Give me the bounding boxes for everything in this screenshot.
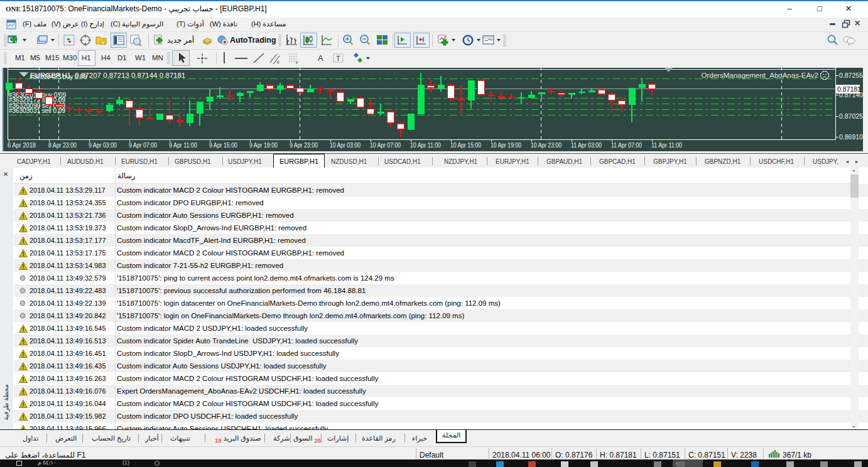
svg-text:11 Apr 11:00: 11 Apr 11:00 xyxy=(651,141,682,149)
svg-text:9 Apr 11:00: 9 Apr 11:00 xyxy=(169,141,197,149)
svg-text:9 Apr 03:00: 9 Apr 03:00 xyxy=(89,141,117,149)
svg-text:#36303031 sell 0.09: #36303031 sell 0.09 xyxy=(9,107,66,114)
svg-text:0.87255: 0.87255 xyxy=(839,72,863,79)
svg-text:0.87025: 0.87025 xyxy=(839,112,863,120)
svg-text:9 Apr 19:00: 9 Apr 19:00 xyxy=(249,141,278,149)
svg-text:10 Apr 19:00: 10 Apr 19:00 xyxy=(491,141,521,149)
svg-text:10 Apr 11:00: 10 Apr 11:00 xyxy=(410,141,441,149)
svg-text:10 Apr 03:00: 10 Apr 03:00 xyxy=(330,141,361,149)
svg-text:0.87181: 0.87181 xyxy=(837,85,861,93)
svg-text:11 Apr 03:00: 11 Apr 03:00 xyxy=(571,141,602,149)
svg-text:10 Apr 15:00: 10 Apr 15:00 xyxy=(450,141,481,149)
svg-text:9 Apr 23:00: 9 Apr 23:00 xyxy=(290,141,318,149)
svg-text:10 Apr 07:00: 10 Apr 07:00 xyxy=(370,141,401,149)
svg-text:0.86910: 0.86910 xyxy=(839,133,863,141)
svg-text:F: F xyxy=(296,61,298,65)
svg-text:#36316423 buy 0.09: #36316423 buy 0.09 xyxy=(30,73,87,80)
svg-text:11 Apr 07:00: 11 Apr 07:00 xyxy=(611,141,642,149)
svg-text:9 Apr 15:00: 9 Apr 15:00 xyxy=(209,141,237,149)
svg-text:E: E xyxy=(277,60,279,64)
svg-text:T: T xyxy=(336,55,340,62)
svg-text:9 Apr 07:00: 9 Apr 07:00 xyxy=(129,141,157,149)
svg-text:8 Apr 23:00: 8 Apr 23:00 xyxy=(48,141,77,149)
svg-text:6 Apr 2018: 6 Apr 2018 xyxy=(8,141,36,149)
svg-text:10 Apr 23:00: 10 Apr 23:00 xyxy=(531,141,561,149)
svg-text:OrdersManagement_AboAnas-EAv2: OrdersManagement_AboAnas-EAv2 xyxy=(702,72,818,79)
